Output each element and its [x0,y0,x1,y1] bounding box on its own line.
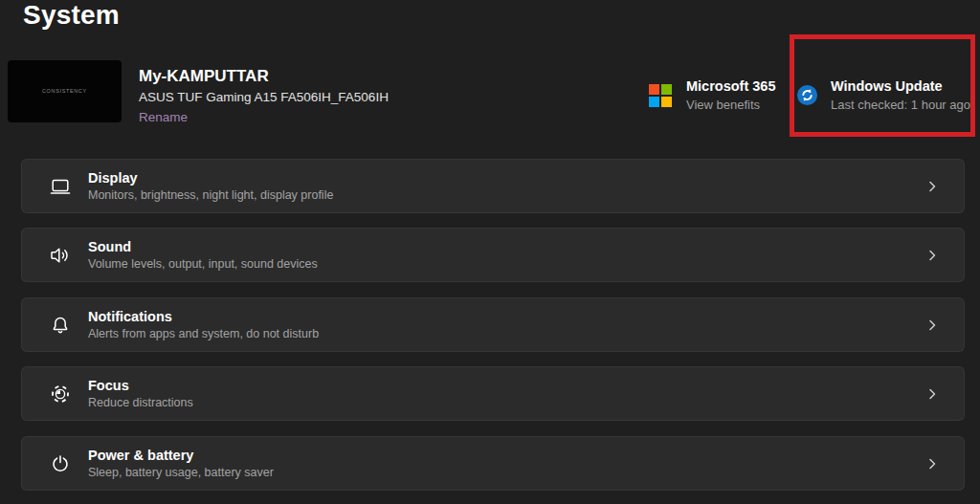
setting-description: Volume levels, output, input, sound devi… [88,256,925,273]
page-title: System [23,0,120,31]
device-name: My-KAMPUTTAR [139,66,389,87]
device-thumbnail: CONSISTENCY [8,60,122,122]
device-info: My-KAMPUTTAR ASUS TUF Gaming A15 FA506IH… [139,66,389,127]
setting-description: Reduce distractions [88,395,925,411]
power-icon [49,452,72,475]
focus-icon [49,383,72,405]
setting-label: Display [88,169,925,187]
microsoft-365-quick-link[interactable]: Microsoft 365 View benefits [649,77,775,114]
setting-row-notifications[interactable]: Notifications Alerts from apps and syste… [21,297,965,352]
setting-label: Focus [88,377,925,395]
notifications-bell-icon [49,314,72,337]
setting-row-focus[interactable]: Focus Reduce distractions [21,366,965,421]
microsoft-365-title: Microsoft 365 [686,77,775,96]
setting-description: Monitors, brightness, night light, displ… [88,187,925,204]
chevron-right-icon [925,180,939,193]
windows-update-quick-link[interactable]: Windows Update Last checked: 1 hour ago [796,77,970,114]
setting-description: Sleep, battery usage, battery saver [88,465,925,481]
windows-update-status: Last checked: 1 hour ago [831,96,970,114]
microsoft-logo-icon [649,84,672,107]
sync-icon [796,84,818,106]
setting-label: Sound [88,238,925,256]
setting-label: Power & battery [88,447,925,465]
chevron-right-icon [925,457,939,471]
setting-label: Notifications [88,308,925,326]
chevron-right-icon [925,318,939,332]
device-model: ASUS TUF Gaming A15 FA506IH_FA506IH [139,87,389,107]
sound-icon [49,244,72,267]
setting-row-power-battery[interactable]: Power & battery Sleep, battery usage, ba… [21,436,965,491]
rename-link[interactable]: Rename [139,107,188,127]
setting-description: Alerts from apps and system, do not dist… [88,326,925,342]
microsoft-365-subtitle: View benefits [686,96,775,114]
chevron-right-icon [925,249,939,262]
chevron-right-icon [925,387,939,401]
setting-row-sound[interactable]: Sound Volume levels, output, input, soun… [21,228,965,282]
device-wallpaper-text: CONSISTENCY [42,88,87,94]
windows-update-title: Windows Update [831,77,970,96]
display-icon [49,175,72,198]
setting-row-display[interactable]: Display Monitors, brightness, night ligh… [21,159,965,213]
